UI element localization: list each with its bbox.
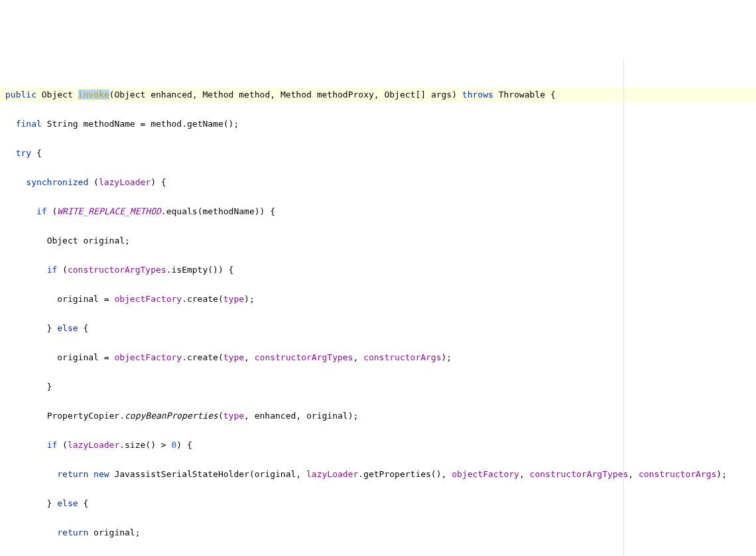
code-line: try { [0, 146, 756, 161]
code-line: } [0, 380, 756, 394]
code-line: return original; [0, 525, 756, 540]
code-line: } else { [0, 321, 756, 336]
code-line: } else { [0, 496, 756, 511]
keyword: public [5, 90, 36, 100]
code-line: PropertyCopier.copyBeanProperties(type, … [0, 409, 756, 423]
code-line: Object original; [0, 234, 756, 248]
code-line: original = objectFactory.create(type, co… [0, 350, 756, 365]
code-line: if (constructorArgTypes.isEmpty()) { [0, 263, 756, 277]
code-line: if (WRITE_REPLACE_METHOD.equals(methodNa… [0, 204, 756, 219]
method-name: invoke [78, 90, 109, 100]
code-line: if (lazyLoader.size() > 0) { [0, 438, 756, 452]
right-margin-ruler [623, 58, 624, 556]
code-line: return new JavassistSerialStateHolder(or… [0, 467, 756, 482]
code-line: final String methodName = method.getName… [0, 117, 756, 131]
code-line: original = objectFactory.create(type); [0, 292, 756, 307]
code-line: public Object invoke(Object enhanced, Me… [0, 88, 756, 102]
code-line: synchronized (lazyLoader) { [0, 175, 756, 190]
code-editor[interactable]: public Object invoke(Object enhanced, Me… [0, 58, 756, 556]
